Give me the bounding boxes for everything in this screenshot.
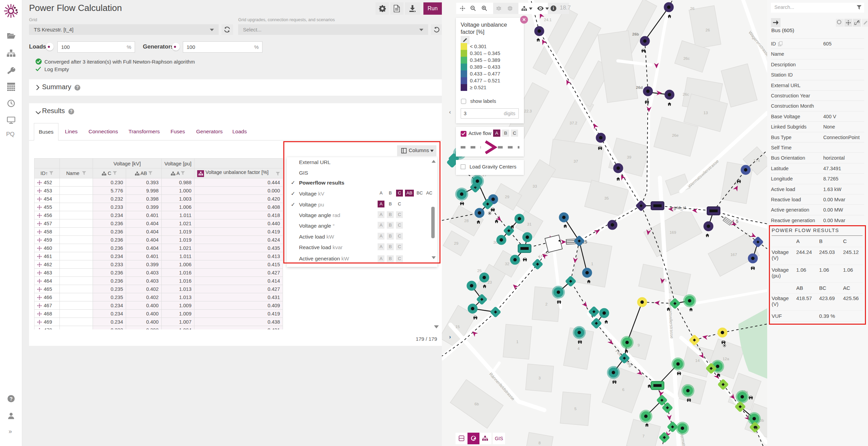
svg-text:f_grid_st: f_grid_st <box>670 205 686 210</box>
svg-text:33: 33 <box>533 184 537 188</box>
svg-text:29: 29 <box>505 195 510 199</box>
svg-text:9: 9 <box>638 343 640 347</box>
svg-text:25: 25 <box>477 269 482 273</box>
svg-text:23: 23 <box>488 280 492 284</box>
svg-text:13: 13 <box>704 111 708 115</box>
svg-text:22.3: 22.3 <box>524 109 532 113</box>
svg-text:26d: 26d <box>636 85 643 90</box>
svg-text:26b: 26b <box>632 32 639 36</box>
svg-text:5: 5 <box>574 407 577 411</box>
svg-text:29: 29 <box>454 241 459 245</box>
svg-text:6b: 6b <box>475 402 479 406</box>
svg-text:1: 1 <box>591 262 593 266</box>
svg-text:4: 4 <box>578 347 580 351</box>
svg-text:26e: 26e <box>672 133 678 137</box>
svg-text:1: 1 <box>516 340 518 344</box>
svg-text:167: 167 <box>730 253 737 257</box>
svg-text:7: 7 <box>642 434 645 438</box>
svg-text:2: 2 <box>545 302 547 306</box>
svg-text:f_5: f_5 <box>733 219 738 224</box>
svg-text:8: 8 <box>539 441 541 445</box>
svg-text:14: 14 <box>695 359 700 363</box>
svg-text:26c: 26c <box>683 92 689 96</box>
svg-text:26: 26 <box>706 28 710 32</box>
svg-text:6: 6 <box>622 388 624 392</box>
svg-text:12a: 12a <box>722 357 729 361</box>
svg-text:31: 31 <box>527 222 532 226</box>
svg-text:32: 32 <box>505 262 510 266</box>
svg-text:169: 169 <box>669 230 676 234</box>
svg-text:35: 35 <box>605 196 609 200</box>
svg-text:26c: 26c <box>683 56 690 60</box>
svg-text:39: 39 <box>627 155 632 159</box>
svg-text:28: 28 <box>464 219 469 223</box>
svg-text:37: 37 <box>574 159 578 163</box>
svg-text:15: 15 <box>456 325 460 329</box>
svg-text:3: 3 <box>539 376 541 380</box>
svg-text:26: 26 <box>690 6 695 11</box>
svg-text:24.1: 24.1 <box>544 18 552 22</box>
svg-text:37.2: 37.2 <box>570 121 577 125</box>
